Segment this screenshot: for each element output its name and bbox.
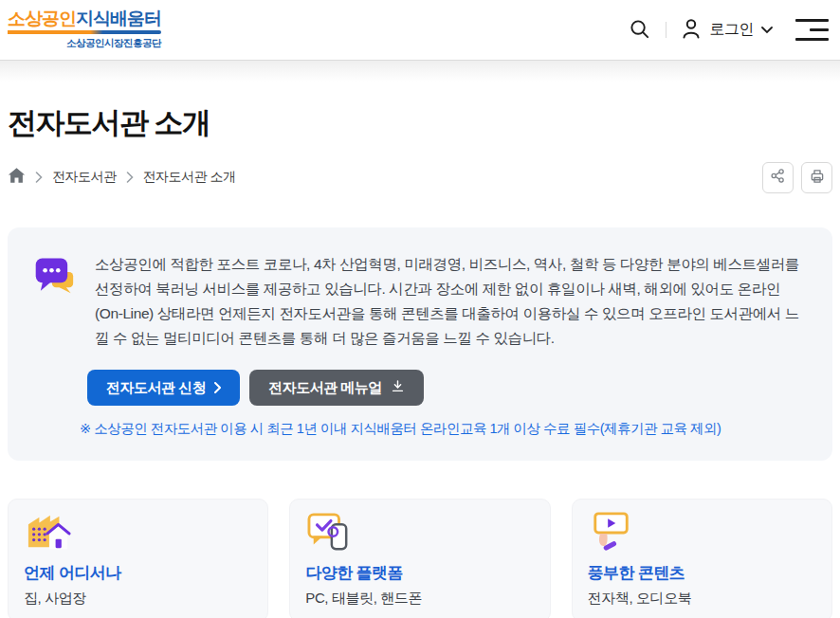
library-manual-button[interactable]: 전자도서관 메뉴얼 [249, 370, 424, 406]
logo-brand-blue: 지식배움터 [76, 9, 161, 28]
feature-cards: 언제 어디서나 집, 사업장 다양한 플랫폼 PC, 태블릿, 핸드폰 [8, 499, 832, 618]
print-icon [809, 168, 826, 188]
feature-desc: 집, 사업장 [24, 590, 252, 608]
home-icon [8, 167, 26, 188]
user-icon [680, 17, 703, 43]
feature-card-anywhere: 언제 어디서나 집, 사업장 [8, 499, 268, 618]
site-logo-text: 소상공인지식배움터 [8, 9, 161, 29]
feature-title: 다양한 플랫폼 [305, 562, 534, 584]
video-content-icon [588, 511, 816, 553]
building-home-icon [24, 511, 252, 553]
main-content: 전자도서관 소개 전자도서관 전자도서관 소개 [0, 104, 840, 618]
page-title: 전자도서관 소개 [8, 104, 832, 142]
intro-panel: 소상공인에 적합한 포스트 코로나, 4차 산업혁명, 미래경영, 비즈니스, … [8, 227, 832, 461]
share-icon [770, 168, 786, 187]
monitor-phone-icon [305, 511, 534, 553]
intro-note: ※ 소상공인 전자도서관 이용 시 최근 1년 이내 지식배움터 온라인교육 1… [80, 420, 806, 438]
breadcrumb: 전자도서관 전자도서관 소개 [8, 167, 235, 188]
feature-card-platforms: 다양한 플랫폼 PC, 태블릿, 핸드폰 [289, 499, 550, 618]
search-button[interactable] [627, 16, 652, 45]
header-actions: 로그인 [627, 16, 830, 45]
breadcrumb-separator-icon [126, 172, 134, 183]
logo-brand-orange: 소상공인 [8, 9, 76, 28]
share-button[interactable] [762, 162, 794, 193]
header-shadow [0, 61, 840, 82]
login-dropdown[interactable]: 로그인 [680, 17, 774, 43]
feature-title: 풍부한 콘텐츠 [588, 562, 816, 584]
feature-card-contents: 풍부한 콘텐츠 전자책, 오디오북 [572, 499, 832, 618]
header: 소상공인지식배움터 소상공인시장진흥공단 로그인 [0, 0, 840, 61]
print-button[interactable] [801, 162, 832, 193]
login-label: 로그인 [710, 20, 755, 40]
logo-underline [8, 30, 161, 34]
download-icon [391, 379, 405, 396]
home-breadcrumb-link[interactable] [8, 167, 26, 188]
breadcrumb-separator-icon [35, 172, 43, 183]
hamburger-icon [795, 19, 829, 22]
header-divider [666, 22, 667, 38]
breadcrumb-level1[interactable]: 전자도서관 [52, 169, 117, 186]
chat-bubbles-icon [34, 256, 80, 303]
intro-buttons: 전자도서관 신청 전자도서관 메뉴얼 [87, 370, 806, 406]
chevron-right-icon [214, 380, 221, 396]
intro-description: 소상공인에 적합한 포스트 코로나, 4차 산업혁명, 미래경영, 비즈니스, … [95, 252, 806, 351]
library-apply-button[interactable]: 전자도서관 신청 [87, 370, 240, 406]
breadcrumb-row: 전자도서관 전자도서관 소개 [8, 161, 832, 193]
menu-button[interactable] [795, 19, 829, 41]
feature-desc: PC, 태블릿, 핸드폰 [305, 590, 534, 608]
feature-desc: 전자책, 오디오북 [588, 590, 816, 608]
logo-subtitle: 소상공인시장진흥공단 [8, 37, 161, 50]
breadcrumb-level2[interactable]: 전자도서관 소개 [143, 169, 236, 186]
feature-title: 언제 어디서나 [24, 562, 252, 584]
search-icon [629, 18, 650, 43]
page-actions [762, 162, 832, 193]
chevron-down-icon [761, 23, 773, 37]
site-logo[interactable]: 소상공인지식배움터 소상공인시장진흥공단 [8, 9, 161, 51]
